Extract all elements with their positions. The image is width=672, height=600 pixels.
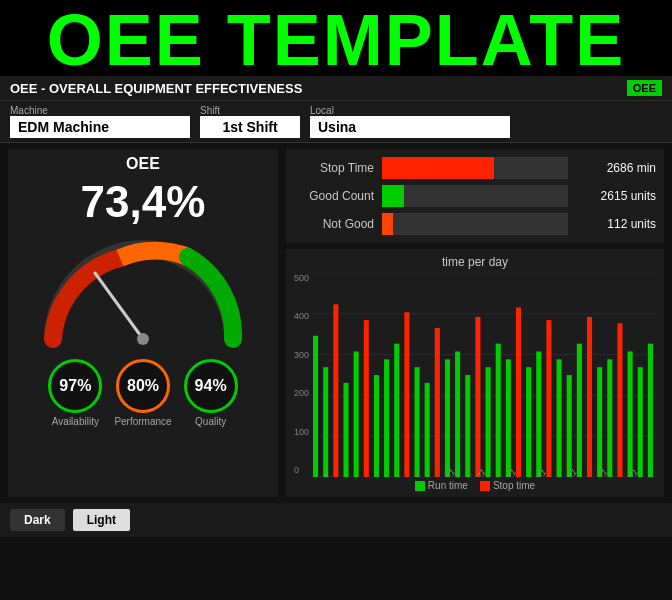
svg-rect-32	[557, 359, 562, 477]
oee-panel: OEE 73,4% 97% Availabili	[8, 149, 278, 497]
svg-rect-39	[628, 351, 633, 477]
metrics-row: 97% Availability 80% Performance 94% Qua…	[48, 359, 237, 427]
quality-metric: 94% Quality	[184, 359, 238, 427]
svg-rect-28	[516, 308, 521, 477]
svg-rect-18	[415, 367, 420, 477]
svg-rect-24	[475, 317, 480, 477]
performance-metric: 80% Performance	[114, 359, 171, 427]
svg-rect-30	[536, 351, 541, 477]
stats-section: Stop Time 2686 min Good Count 2615 units…	[286, 149, 664, 243]
svg-rect-8	[313, 336, 318, 477]
svg-rect-31	[546, 320, 551, 477]
legend-stop-label: Stop time	[493, 480, 535, 491]
stop-time-label: Stop Time	[294, 161, 374, 175]
svg-rect-35	[587, 317, 592, 477]
machine-value[interactable]: EDM Machine	[10, 116, 190, 138]
svg-point-1	[137, 333, 149, 345]
svg-rect-41	[648, 344, 653, 477]
oee-value: 73,4%	[81, 177, 206, 227]
local-field: Local Usina	[310, 105, 510, 138]
bottom-bar: Dark Light	[0, 503, 672, 537]
shift-label: Shift	[200, 105, 300, 116]
svg-rect-36	[597, 367, 602, 477]
main-content: OEE 73,4% 97% Availabili	[0, 143, 672, 503]
oee-label: OEE	[126, 155, 160, 173]
not-good-row: Not Good 112 units	[294, 213, 656, 235]
svg-rect-11	[343, 383, 348, 477]
legend-run-label: Run time	[428, 480, 468, 491]
shift-field: Shift 1st Shift	[200, 105, 300, 138]
header-section: OEE TEMPLATE	[0, 0, 672, 76]
svg-rect-23	[465, 375, 470, 477]
quality-label: Quality	[195, 416, 226, 427]
svg-rect-26	[496, 344, 501, 477]
svg-rect-9	[323, 367, 328, 477]
oee-badge: OEE	[627, 80, 662, 96]
availability-label: Availability	[52, 416, 99, 427]
shift-value[interactable]: 1st Shift	[200, 116, 300, 138]
svg-rect-14	[374, 375, 379, 477]
good-count-label: Good Count	[294, 189, 374, 203]
gauge-container	[33, 229, 253, 349]
light-button[interactable]: Light	[73, 509, 130, 531]
svg-rect-34	[577, 344, 582, 477]
performance-circle: 80%	[116, 359, 170, 413]
stop-time-value: 2686 min	[576, 161, 656, 175]
svg-rect-37	[607, 359, 612, 477]
not-good-label: Not Good	[294, 217, 374, 231]
svg-rect-21	[445, 359, 450, 477]
svg-rect-10	[333, 304, 338, 477]
good-count-row: Good Count 2615 units	[294, 185, 656, 207]
good-count-bar-container	[382, 185, 568, 207]
performance-label: Performance	[114, 416, 171, 427]
y-axis: 500 400 300 200 100 0	[294, 273, 309, 477]
app-title: OEE TEMPLATE	[47, 0, 626, 80]
svg-rect-19	[425, 383, 430, 477]
svg-rect-22	[455, 351, 460, 477]
stop-time-row: Stop Time 2686 min	[294, 157, 656, 179]
svg-rect-17	[404, 312, 409, 477]
stop-time-bar-container	[382, 157, 568, 179]
chart-title: time per day	[294, 255, 656, 269]
chart-legend: Run time Stop time	[294, 480, 656, 491]
svg-rect-15	[384, 359, 389, 477]
legend-run-dot	[415, 481, 425, 491]
machine-field: Machine EDM Machine	[10, 105, 190, 138]
legend-stop-dot	[480, 481, 490, 491]
svg-rect-16	[394, 344, 399, 477]
chart-svg: 1/1/21 1/3/1 1/7/1 1/9/21 1/11/21 1/13/2…	[311, 273, 656, 477]
svg-rect-38	[617, 323, 622, 477]
local-value[interactable]: Usina	[310, 116, 510, 138]
dark-button[interactable]: Dark	[10, 509, 65, 531]
svg-rect-20	[435, 328, 440, 477]
svg-line-0	[95, 273, 143, 339]
chart-section: time per day 500 400 300 200 100 0	[286, 249, 664, 497]
svg-rect-40	[638, 367, 643, 477]
quality-circle: 94%	[184, 359, 238, 413]
not-good-value: 112 units	[576, 217, 656, 231]
legend-run: Run time	[415, 480, 468, 491]
chart-bars: 1/1/21 1/3/1 1/7/1 1/9/21 1/11/21 1/13/2…	[311, 273, 656, 477]
svg-rect-33	[567, 375, 572, 477]
not-good-bar-container	[382, 213, 568, 235]
sub-header: OEE - OVERALL EQUIPMENT EFFECTIVENESS OE…	[0, 76, 672, 101]
svg-rect-13	[364, 320, 369, 477]
svg-rect-25	[486, 367, 491, 477]
right-panel: Stop Time 2686 min Good Count 2615 units…	[286, 149, 664, 497]
availability-circle: 97%	[48, 359, 102, 413]
local-label: Local	[310, 105, 510, 116]
gauge-svg	[33, 229, 253, 349]
legend-stop: Stop time	[480, 480, 535, 491]
stop-time-bar	[382, 157, 494, 179]
subtitle: OEE - OVERALL EQUIPMENT EFFECTIVENESS	[10, 81, 627, 96]
svg-rect-27	[506, 359, 511, 477]
good-count-bar	[382, 185, 404, 207]
svg-rect-12	[354, 351, 359, 477]
machine-label: Machine	[10, 105, 190, 116]
availability-metric: 97% Availability	[48, 359, 102, 427]
fields-row: Machine EDM Machine Shift 1st Shift Loca…	[0, 101, 672, 143]
svg-rect-29	[526, 367, 531, 477]
not-good-bar	[382, 213, 393, 235]
good-count-value: 2615 units	[576, 189, 656, 203]
